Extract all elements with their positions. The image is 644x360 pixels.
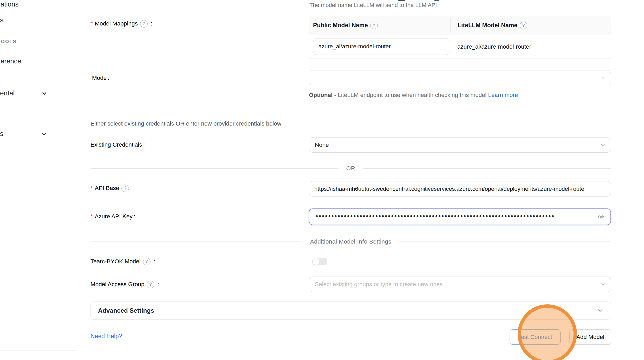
divider-line: [399, 241, 611, 242]
label-text: Model Access Group: [90, 280, 145, 288]
label-text: Team-BYOK Model: [90, 258, 141, 265]
sidebar-item-experimental[interactable]: ental: [0, 89, 15, 97]
mode-label: Mode :: [92, 74, 109, 82]
or-divider: OR: [90, 165, 611, 172]
chevron-down-icon: [597, 307, 603, 314]
label-colon: :: [134, 213, 135, 220]
or-text: OR: [346, 165, 355, 172]
help-icon[interactable]: ?: [147, 281, 154, 288]
add-model-button[interactable]: Add Model: [569, 329, 611, 345]
label-colon: :: [143, 141, 145, 149]
chevron-down-icon: [600, 75, 606, 81]
chevron-down-icon[interactable]: [41, 131, 47, 137]
masked-password-value: ••••••••••••••••••••••••••••••••••••••••…: [316, 212, 555, 220]
label-colon: :: [151, 20, 152, 28]
label-colon: :: [158, 280, 159, 288]
api-base-label: * API Base ? :: [90, 184, 134, 192]
model-name-help-note: The model name LiteLLM will send to the …: [309, 2, 437, 9]
add-model-form-page: ations s TOOLS erence ental s The model …: [0, 0, 644, 360]
sidebar-item-inference[interactable]: erence: [1, 57, 21, 65]
help-icon[interactable]: ?: [520, 22, 527, 29]
sidebar-item-settings[interactable]: s: [0, 130, 3, 138]
mode-helper-text: Optional - LiteLLM endpoint to use when …: [309, 90, 525, 100]
label-colon: :: [132, 184, 134, 192]
sidebar-divider: [0, 350, 77, 351]
section-divider-text: Additional Model Info Settings: [310, 238, 392, 245]
helper-text: - LiteLLM endpoint to use when health ch…: [334, 92, 486, 98]
helper-bold: Optional: [309, 92, 333, 98]
select-placeholder: Select existing groups or type to create…: [315, 281, 443, 288]
existing-credentials-select[interactable]: None: [309, 137, 611, 153]
need-help-link[interactable]: Need Help?: [90, 333, 122, 340]
label-text: API Base: [95, 184, 119, 192]
toggle-knob: [313, 258, 320, 265]
litellm-model-name-value: azure_ai/azure-model-router: [457, 35, 531, 58]
additional-settings-divider: Additional Model Info Settings: [90, 238, 611, 246]
required-mark: *: [90, 184, 93, 192]
label-text: Azure API Key: [95, 213, 133, 220]
azure-api-key-input[interactable]: ••••••••••••••••••••••••••••••••••••••••…: [309, 208, 611, 225]
sidebar-item-integrations[interactable]: ations: [1, 0, 18, 8]
azure-api-key-label: * Azure API Key :: [90, 213, 135, 220]
help-icon[interactable]: ?: [370, 22, 378, 29]
model-access-group-select[interactable]: Select existing groups or type to create…: [309, 277, 611, 292]
header-text: Public Model Name: [313, 22, 368, 29]
label-text: Existing Credentials: [90, 141, 142, 149]
existing-credentials-label: Existing Credentials :: [90, 141, 145, 149]
label-colon: :: [154, 258, 155, 265]
sidebar-section-tools: TOOLS: [0, 39, 17, 44]
cutoff-text-fragment: [434, 0, 439, 1]
advanced-settings-panel[interactable]: Advanced Settings: [90, 302, 611, 320]
label-text: Mode: [92, 74, 107, 82]
model-mappings-table: Public Model Name ? LiteLLM Model Name ?…: [309, 16, 611, 59]
divider-line: [363, 168, 611, 169]
table-row: azure_ai/azure-model-router: [309, 35, 611, 59]
chevron-down-icon: [600, 281, 606, 287]
table-header: Public Model Name ? LiteLLM Model Name ?: [309, 16, 611, 35]
advanced-settings-label: Advanced Settings: [98, 307, 154, 314]
sidebar-item[interactable]: s: [0, 16, 3, 24]
chevron-down-icon: [600, 142, 606, 148]
team-byok-label: Team-BYOK Model ? :: [90, 258, 155, 265]
label-text: Model Mappings: [95, 20, 138, 28]
select-value: None: [315, 142, 329, 148]
help-icon[interactable]: ?: [143, 258, 151, 265]
column-divider: [450, 18, 451, 32]
public-model-name-input[interactable]: [313, 38, 450, 55]
team-byok-toggle[interactable]: [312, 258, 327, 265]
credentials-note: Either select existing credentials OR en…: [90, 120, 281, 127]
label-colon: :: [108, 74, 109, 82]
header-text: LiteLLM Model Name: [458, 22, 517, 29]
mode-select[interactable]: [309, 70, 611, 85]
required-mark: *: [90, 213, 93, 220]
divider-line: [90, 241, 302, 242]
eye-icon[interactable]: [597, 213, 605, 221]
help-icon[interactable]: ?: [140, 20, 148, 28]
test-connect-button[interactable]: Test Connect: [510, 329, 561, 345]
cutoff-text-fragment: [398, 0, 405, 1]
chevron-down-icon[interactable]: [41, 90, 47, 97]
required-mark: *: [90, 20, 93, 28]
help-icon[interactable]: ?: [121, 185, 129, 192]
litellm-model-name-header: LiteLLM Model Name ?: [453, 22, 611, 29]
divider-line: [90, 168, 339, 169]
model-mappings-label: * Model Mappings ? :: [90, 20, 152, 28]
public-model-name-header: Public Model Name ?: [309, 22, 453, 29]
learn-more-link[interactable]: Learn more: [488, 92, 518, 98]
api-base-input[interactable]: [309, 181, 611, 197]
model-access-group-label: Model Access Group ? :: [90, 280, 159, 288]
